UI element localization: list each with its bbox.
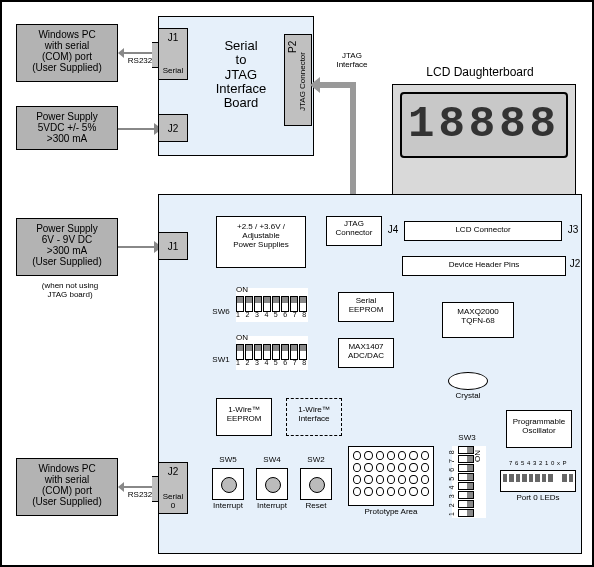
serial-eeprom-label: Serial EEPROM: [339, 297, 393, 315]
main-j4-tag: J4: [384, 224, 402, 235]
sw4-lbl: Interrupt: [250, 502, 294, 511]
psu-9v-line: [118, 246, 156, 248]
rs232-bot-arrow: [124, 486, 152, 488]
prototype-label: Prototype Area: [348, 508, 434, 517]
port0-led-nums: 7 6 5 4 3 2 1 0 x P: [500, 460, 576, 467]
sw4-button: [265, 477, 281, 493]
dip-sw1-tag: SW1: [206, 356, 236, 365]
sw2-lbl: Reset: [296, 502, 336, 511]
serial-j1: J1 Serial: [158, 28, 188, 80]
onewire-eeprom-label: 1-Wire™ EEPROM: [217, 406, 271, 424]
lcd-title: LCD Daughterboard: [400, 66, 560, 79]
maxq2000-label: MAXQ2000 TQFN-68: [443, 308, 513, 326]
port0-leds-label: Port 0 LEDs: [500, 494, 576, 503]
dip-sw6-tag: SW6: [206, 308, 236, 317]
crystal-label: Crystal: [440, 392, 496, 401]
main-j1-tag: J1: [159, 241, 187, 252]
dip-sw3-nums: 1 2 3 4 5 6 7 8: [448, 446, 456, 518]
dip-sw3: ON 1 2 3 4 5 6 7 8: [452, 446, 486, 518]
device-header-pins: Device Header Pins: [402, 256, 566, 276]
onewire-interface-label: 1-Wire™ Interface: [287, 406, 341, 424]
main-j2-notch: [152, 476, 159, 502]
maxq2000: MAXQ2000 TQFN-68: [442, 302, 514, 338]
main-j1: J1: [158, 232, 188, 260]
serial-eeprom: Serial EEPROM: [338, 292, 394, 322]
ext-pc-bot-label: Windows PC with serial (COM) port (User …: [17, 463, 117, 507]
onewire-eeprom: 1-Wire™ EEPROM: [216, 398, 272, 436]
jtag-interface-label: JTAG Interface: [322, 52, 382, 70]
serial-p2-lbl: JTAG Connector: [299, 47, 308, 117]
ext-psu-9v-label: Power Supply 6V - 9V DC >300 mA (User Su…: [17, 223, 117, 267]
serial-j1-notch: [152, 42, 159, 68]
ext-pc-top: Windows PC with serial (COM) port (User …: [16, 24, 118, 82]
max1407-label: MAX1407 ADC/DAC: [339, 343, 393, 361]
lcd-display: 18888: [400, 92, 568, 158]
sw2-button: [309, 477, 325, 493]
jtag-arrow-v: [350, 82, 356, 206]
dip-sw1-on: ON: [236, 334, 256, 343]
dip-sw6: ON 1 2 3 4 5 6 7 8: [236, 288, 308, 322]
main-j2: J2 Serial 0: [158, 462, 188, 514]
device-header-tag: J2: [566, 258, 584, 269]
sw5-lbl: Interrupt: [206, 502, 250, 511]
onewire-interface: 1-Wire™ Interface: [286, 398, 342, 436]
adjustable-psu: +2.5 / +3.6V / Adjustable Power Supplies: [216, 216, 306, 268]
diagram-canvas: Windows PC with serial (COM) port (User …: [0, 0, 594, 567]
sw2-tag: SW2: [298, 456, 334, 465]
adjustable-psu-label: +2.5 / +3.6V / Adjustable Power Supplies: [217, 223, 305, 249]
serial-j2: J2: [158, 114, 188, 142]
device-header-label: Device Header Pins: [403, 261, 565, 270]
ext-pc-top-label: Windows PC with serial (COM) port (User …: [17, 29, 117, 73]
prog-osc: Programmable Oscillator: [506, 410, 572, 448]
serial-p2-tag: P2: [287, 37, 298, 57]
sw4-tag: SW4: [254, 456, 290, 465]
lcd-segments: 18888: [402, 100, 566, 148]
ext-psu-9v: Power Supply 6V - 9V DC >300 mA (User Su…: [16, 218, 118, 276]
lcd-connector-label: LCD Connector: [405, 226, 561, 235]
rs232-top-arrow: [124, 52, 152, 54]
dip-sw1: ON 1 2 3 4 5 6 7 8: [236, 336, 308, 370]
dip-sw6-nums: 1 2 3 4 5 6 7 8: [235, 311, 309, 319]
main-jtag-conn: JTAG Connector: [326, 216, 382, 246]
serial-j1-tag: J1: [159, 32, 187, 43]
serial-j1-lbl: Serial: [159, 67, 187, 76]
max1407: MAX1407 ADC/DAC: [338, 338, 394, 368]
sw5-tag: SW5: [210, 456, 246, 465]
serial-p2: JTAG Connector P2: [284, 34, 312, 126]
prototype-area: [348, 446, 434, 506]
serial-j2-tag: J2: [159, 123, 187, 134]
main-j2-lbl: Serial 0: [159, 493, 187, 511]
lcd-j3-tag: J3: [564, 224, 582, 235]
main-j2-tag: J2: [159, 466, 187, 477]
dip-sw3-on: ON: [474, 448, 483, 464]
main-jtag-conn-label: JTAG Connector: [327, 220, 381, 238]
crystal: [448, 372, 488, 390]
ext-psu-5v-label: Power Supply 5VDC +/- 5% >300 mA: [17, 111, 117, 144]
lcd-connector: LCD Connector: [404, 221, 562, 241]
ext-psu-5v: Power Supply 5VDC +/- 5% >300 mA: [16, 106, 118, 150]
dip-sw6-on: ON: [236, 286, 256, 295]
ext-pc-bot: Windows PC with serial (COM) port (User …: [16, 458, 118, 516]
port0-leds: [500, 470, 576, 492]
psu-5v-line: [118, 128, 156, 130]
jtag-arrow-h: [318, 82, 354, 88]
serial-jtag-title: Serial to JTAG Interface Board: [199, 39, 283, 110]
ext-psu-9v-note: (when not using JTAG board): [22, 282, 118, 300]
sw3-tag: SW3: [452, 434, 482, 443]
prog-osc-label: Programmable Oscillator: [507, 418, 571, 436]
sw5-button: [221, 477, 237, 493]
dip-sw1-nums: 1 2 3 4 5 6 7 8: [235, 359, 309, 367]
jtag-arrowhead-left: [310, 77, 320, 93]
